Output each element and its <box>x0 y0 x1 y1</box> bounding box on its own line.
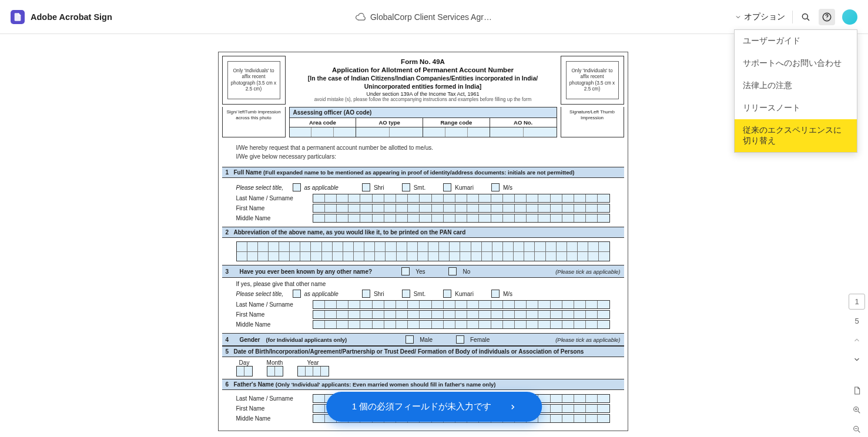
title-check-shri[interactable] <box>362 183 370 191</box>
section-3-header: 3Have you ever been known by any other n… <box>222 265 624 278</box>
title2-check-applicable[interactable] <box>293 290 301 298</box>
ao-col-area: Area code <box>290 118 356 127</box>
form-avoid: avoid mistake (s), please follow the acc… <box>293 97 554 102</box>
zoom-in-button[interactable] <box>849 402 865 418</box>
app-logo-icon <box>11 10 25 24</box>
header-right: オプション <box>735 9 857 25</box>
gender-female[interactable] <box>456 335 464 344</box>
ao-input-range[interactable] <box>423 127 490 137</box>
title-check-ms[interactable] <box>491 183 500 191</box>
request-text: I/We hereby request that a permanent acc… <box>222 137 624 167</box>
page-up-button[interactable] <box>849 332 865 348</box>
help-item-classic[interactable]: 従来のエクスペリエンスに切り替え <box>735 119 857 152</box>
title-check-smt[interactable] <box>402 183 410 191</box>
search-button[interactable] <box>800 11 812 23</box>
dob-year-input[interactable] <box>297 366 329 377</box>
ao-header: Assessing officer (AO code) <box>289 107 557 118</box>
form-under: Under section 139A of the Income Tax Act… <box>293 91 554 97</box>
photo-note-right: Only 'Individuals' to affix recent photo… <box>566 61 619 99</box>
last-name-input[interactable] <box>313 194 610 203</box>
title2-check-kumari[interactable] <box>443 290 451 298</box>
help-item-release[interactable]: リリースノート <box>735 97 857 119</box>
form-subtitle1: [In the case of Indian Citizens/Indian C… <box>293 75 554 82</box>
ao-input-area[interactable] <box>290 127 356 137</box>
cloud-icon <box>355 12 366 22</box>
help-item-legal[interactable]: 法律上の注意 <box>735 75 857 97</box>
title2-check-shri[interactable] <box>362 290 370 298</box>
chevron-down-icon <box>735 14 742 21</box>
photo-note-left: Only 'Individuals' to affix recent photo… <box>227 61 280 99</box>
divider <box>792 11 793 23</box>
form-subtitle2: Unincorporated entities formed in India] <box>293 83 554 90</box>
ao-input-type[interactable] <box>356 127 423 137</box>
page-total: 5 <box>849 313 865 329</box>
other-name-yes[interactable] <box>401 267 410 275</box>
page-current[interactable]: 1 <box>849 294 865 310</box>
pan-abbrev-input[interactable] <box>236 241 610 261</box>
help-menu: ユーザーガイド サポートへのお問い合わせ 法律上の注意 リリースノート 従来のエ… <box>734 29 857 153</box>
sign-caption-left: Sign/ leftTumb impression across this ph… <box>222 107 286 137</box>
zoom-out-icon <box>852 425 862 434</box>
title-check-applicable[interactable] <box>293 183 301 191</box>
title-select-row: Please select title, as applicable Shri … <box>236 183 610 191</box>
ao-block: Assessing officer (AO code) Area code AO… <box>289 107 557 137</box>
alt-middle-name-input[interactable] <box>313 320 610 329</box>
form-header: Form No. 49A Application for Allotment o… <box>289 56 557 105</box>
app-name: Adobe Acrobat Sign <box>31 12 112 22</box>
photo-box-left: Only 'Individuals' to affix recent photo… <box>222 56 286 105</box>
document-title-bar: GlobalCorp Client Services Agr… <box>355 12 492 22</box>
chevron-down-icon <box>853 355 861 364</box>
ao-col-type: AO type <box>356 118 423 127</box>
alt-last-name-input[interactable] <box>313 300 610 309</box>
user-avatar[interactable] <box>842 9 857 25</box>
alt-first-name-input[interactable] <box>313 310 610 319</box>
page-icon <box>852 386 862 395</box>
cta-text: 1 個の必須フィールドが未入力です <box>352 401 492 412</box>
other-name-no[interactable] <box>448 267 457 275</box>
required-fields-button[interactable]: 1 個の必須フィールドが未入力です <box>326 392 542 422</box>
section-2-header: 2Abbreviation of the above name, as you … <box>222 227 624 238</box>
dob-row: Day Month Year <box>222 357 624 379</box>
section-5-header: 5Date of Birth/Incorporation/Agreement/P… <box>222 346 624 357</box>
help-item-contact[interactable]: サポートへのお問い合わせ <box>735 52 857 75</box>
page-down-button[interactable] <box>849 352 865 368</box>
ao-input-no[interactable] <box>490 127 557 137</box>
chevron-up-icon <box>853 336 861 344</box>
title-check-kumari[interactable] <box>443 183 451 191</box>
header-left: Adobe Acrobat Sign <box>11 10 112 24</box>
options-dropdown[interactable]: オプション <box>735 12 785 22</box>
section-1-header: 1Full Name (Full expanded name to be men… <box>222 167 624 178</box>
ao-col-range: Range code <box>423 118 490 127</box>
chevron-right-icon <box>509 404 516 411</box>
help-icon <box>822 12 832 22</box>
gender-male[interactable] <box>405 335 414 344</box>
dob-day-input[interactable] <box>236 366 253 377</box>
middle-name-input[interactable] <box>313 214 610 223</box>
title2-check-smt[interactable] <box>402 290 410 298</box>
sign-caption-right: Signature/Left Thumb Impression <box>561 107 624 137</box>
form-title: Application for Allotment of Permanent A… <box>293 66 554 73</box>
section-4-header: 4Gender (for Individual applicants only)… <box>222 333 624 346</box>
ao-table: Area code AO type Range code AO No. <box>289 118 557 137</box>
title-select-row-2: Please select title, as applicable Shri … <box>236 290 610 298</box>
svg-point-0 <box>802 14 807 19</box>
if-yes-text: If yes, please give that other name <box>236 281 610 287</box>
title2-check-ms[interactable] <box>491 290 500 298</box>
dob-month-input[interactable] <box>267 366 283 377</box>
ao-col-no: AO No. <box>490 118 557 127</box>
options-label: オプション <box>744 12 785 22</box>
help-item-user-guide[interactable]: ユーザーガイド <box>735 30 857 52</box>
form-number: Form No. 49A <box>293 58 554 65</box>
zoom-out-button[interactable] <box>849 421 865 437</box>
svg-point-2 <box>826 19 827 19</box>
document-page: Only 'Individuals' to affix recent photo… <box>218 52 628 437</box>
fit-page-button[interactable] <box>849 382 865 398</box>
search-icon <box>800 12 811 22</box>
first-name-input[interactable] <box>313 204 610 213</box>
help-button[interactable] <box>819 9 835 25</box>
photo-box-right: Only 'Individuals' to affix recent photo… <box>561 56 624 105</box>
zoom-in-icon <box>852 405 862 415</box>
document-viewport: Only 'Individuals' to affix recent photo… <box>0 34 846 437</box>
section-6-header: 6Father's Name (Only 'Individual' applic… <box>222 379 624 390</box>
document-title: GlobalCorp Client Services Agr… <box>370 12 492 22</box>
